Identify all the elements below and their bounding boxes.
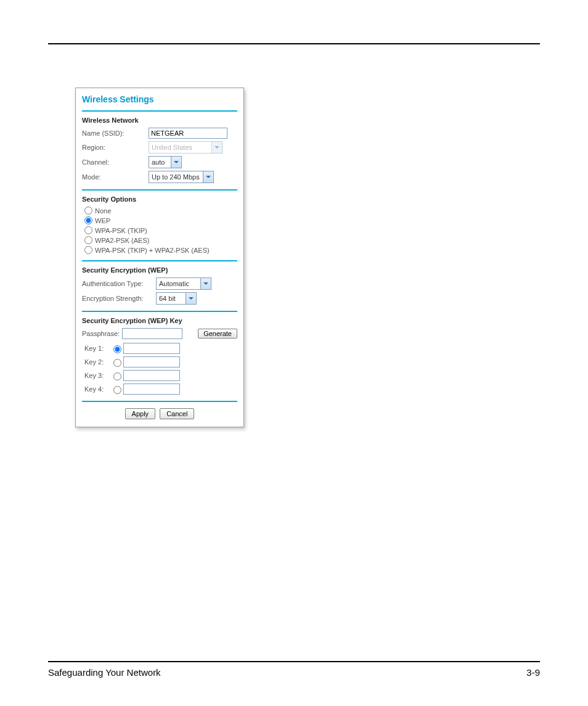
radio-wpa-psk[interactable]	[84, 226, 92, 234]
auth-type-row: Authentication Type: Automatic	[82, 277, 237, 290]
key1-row: Key 1:	[84, 343, 237, 354]
key1-label: Key 1:	[84, 345, 110, 352]
footer-section-title: Safeguarding Your Network	[48, 667, 161, 678]
radio-none-label: None	[95, 207, 111, 215]
mode-label: Mode:	[82, 173, 149, 181]
generate-button[interactable]: Generate	[198, 329, 237, 339]
region-label: Region:	[82, 144, 149, 151]
passphrase-label: Passphrase:	[82, 330, 120, 337]
security-option-wpa-mixed[interactable]: WPA-PSK (TKIP) + WPA2-PSK (AES)	[82, 246, 237, 254]
radio-none[interactable]	[84, 207, 92, 215]
page-footer: Safeguarding Your Network 3-9	[48, 661, 540, 678]
divider	[82, 401, 237, 402]
key1-radio[interactable]	[113, 345, 121, 353]
chevron-down-icon[interactable]	[171, 157, 181, 168]
channel-label: Channel:	[82, 158, 149, 166]
apply-button[interactable]: Apply	[125, 408, 156, 419]
cancel-button[interactable]: Cancel	[160, 408, 194, 419]
encryption-strength-value: 64 bit	[159, 295, 176, 302]
ssid-label: Name (SSID):	[82, 129, 149, 137]
key2-radio[interactable]	[113, 359, 121, 367]
channel-value: auto	[152, 158, 165, 166]
radio-wpa-mixed-label: WPA-PSK (TKIP) + WPA2-PSK (AES)	[95, 247, 210, 254]
ssid-input[interactable]	[149, 128, 227, 139]
wep-key-heading: Security Encryption (WEP) Key	[82, 317, 237, 324]
key3-row: Key 3:	[84, 370, 237, 381]
security-option-wpa-psk[interactable]: WPA-PSK (TKIP)	[82, 226, 237, 234]
security-option-wpa2-psk[interactable]: WPA2-PSK (AES)	[82, 236, 237, 244]
passphrase-row: Passphrase: Generate	[82, 328, 237, 339]
mode-value: Up to 240 Mbps	[152, 173, 200, 181]
wireless-network-heading: Wireless Network	[82, 117, 237, 124]
region-row: Region: United States	[82, 141, 237, 154]
key4-row: Key 4:	[84, 384, 237, 395]
passphrase-input[interactable]	[122, 328, 182, 339]
radio-wpa-mixed[interactable]	[84, 246, 92, 254]
auth-type-label: Authentication Type:	[82, 280, 156, 287]
footer-rule	[48, 661, 540, 662]
key3-radio[interactable]	[113, 372, 121, 380]
key3-input[interactable]	[123, 370, 180, 381]
chevron-down-icon[interactable]	[186, 293, 196, 304]
radio-wpa-psk-label: WPA-PSK (TKIP)	[95, 227, 147, 234]
security-options-heading: Security Options	[82, 195, 237, 203]
wireless-settings-panel: Wireless Settings Wireless Network Name …	[75, 88, 244, 427]
key1-input[interactable]	[123, 343, 180, 354]
encryption-strength-label: Encryption Strength:	[82, 295, 156, 302]
mode-row: Mode: Up to 240 Mbps	[82, 171, 237, 183]
top-rule	[48, 43, 540, 44]
radio-wep[interactable]	[84, 216, 92, 224]
divider	[82, 110, 237, 112]
key2-input[interactable]	[123, 356, 180, 367]
channel-select[interactable]: auto	[149, 156, 182, 168]
key4-input[interactable]	[123, 384, 180, 395]
channel-row: Channel: auto	[82, 156, 237, 168]
auth-type-select[interactable]: Automatic	[156, 277, 211, 290]
chevron-down-icon[interactable]	[200, 278, 211, 289]
key3-label: Key 3:	[84, 372, 110, 379]
button-row: Apply Cancel	[82, 408, 237, 419]
region-value: United States	[152, 144, 192, 151]
ssid-row: Name (SSID):	[82, 128, 237, 139]
chevron-down-icon	[211, 142, 222, 153]
security-option-wep[interactable]: WEP	[82, 216, 237, 224]
radio-wpa2-psk-label: WPA2-PSK (AES)	[95, 237, 149, 244]
chevron-down-icon[interactable]	[203, 171, 213, 183]
footer-page-number: 3-9	[526, 667, 540, 678]
divider	[82, 260, 237, 261]
key2-row: Key 2:	[84, 356, 237, 367]
encryption-strength-row: Encryption Strength: 64 bit	[82, 292, 237, 305]
key2-label: Key 2:	[84, 358, 110, 366]
mode-select[interactable]: Up to 240 Mbps	[149, 171, 214, 183]
security-option-none[interactable]: None	[82, 207, 237, 215]
wep-heading: Security Encryption (WEP)	[82, 266, 237, 274]
divider	[82, 311, 237, 312]
encryption-strength-select[interactable]: 64 bit	[156, 292, 197, 305]
radio-wpa2-psk[interactable]	[84, 236, 92, 244]
auth-type-value: Automatic	[159, 280, 189, 287]
key4-label: Key 4:	[84, 385, 110, 393]
panel-title: Wireless Settings	[82, 94, 237, 104]
key4-radio[interactable]	[113, 386, 121, 394]
region-select: United States	[149, 141, 223, 154]
radio-wep-label: WEP	[95, 217, 110, 224]
divider	[82, 189, 237, 191]
